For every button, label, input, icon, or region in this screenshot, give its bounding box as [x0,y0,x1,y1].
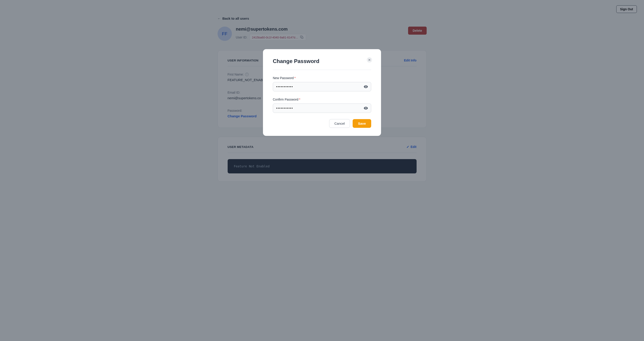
save-button[interactable]: Save [353,119,371,128]
modal-overlay[interactable]: Change Password New Password* Confirm Pa… [0,0,644,341]
close-icon[interactable] [367,57,372,62]
new-password-input[interactable] [273,82,371,91]
confirm-password-input[interactable] [273,103,371,113]
change-password-modal: Change Password New Password* Confirm Pa… [263,49,381,136]
modal-title: Change Password [273,58,371,70]
eye-icon[interactable] [364,106,368,110]
new-password-label: New Password* [273,76,371,80]
confirm-password-label: Confirm Password* [273,98,371,101]
eye-icon[interactable] [364,84,368,89]
cancel-button[interactable]: Cancel [329,119,350,128]
